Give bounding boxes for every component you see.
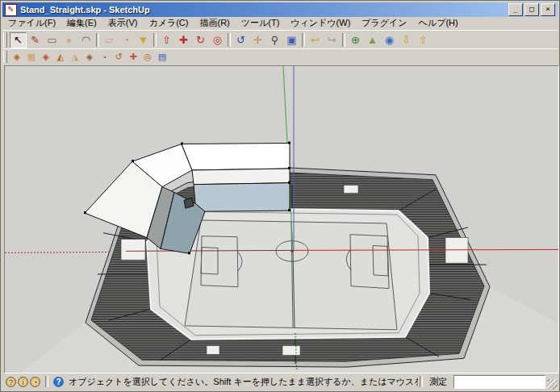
soccer-pitch [185, 220, 397, 330]
add-location-icon[interactable]: ⊕ [347, 32, 364, 48]
measurement-label: 測定 [424, 376, 452, 388]
share-model-icon[interactable]: ⇧ [415, 32, 432, 48]
status-message: オブジェクトを選択してください。Shift キーを押したまま選択するか、またはマ… [69, 376, 418, 388]
drape-tool-icon[interactable]: ◮ [68, 51, 82, 64]
stand-roof-right [182, 143, 290, 169]
menu-window[interactable]: ウィンドウ(W) [285, 16, 356, 30]
sandbox-toolbar: ◈▦◈◭◮◈◔↺✚◎▤ [2, 48, 558, 65]
stand-notch [184, 198, 194, 208]
terrain-tool-9-icon[interactable]: ✚ [126, 51, 140, 64]
google-earth-icon[interactable]: ◉ [381, 32, 398, 48]
drawing-area[interactable] [4, 65, 559, 373]
measurement-input[interactable] [453, 375, 545, 389]
toggle-terrain-icon[interactable]: ▲ [364, 32, 381, 48]
terrain-tool-10-icon[interactable]: ◎ [140, 51, 155, 64]
menu-bar: ファイル(F)編集(E)表示(V)カメラ(C)描画(R)ツール(T)ウィンドウ(… [2, 17, 558, 29]
maximize-button[interactable]: □ [524, 3, 539, 16]
terrain-tool-8-icon[interactable]: ↺ [111, 51, 126, 64]
close-button[interactable]: × [541, 3, 555, 16]
push-pull-tool-icon[interactable]: ⇧ [158, 32, 175, 48]
eraser-tool-icon[interactable]: ▱ [101, 32, 118, 48]
menu-plugins[interactable]: プラグイン [356, 16, 412, 30]
status-coin-icons: ?i◔ [2, 377, 44, 387]
statusbar-separator [420, 376, 423, 387]
red-axis-negative [5, 252, 126, 252]
stand-fascia [192, 169, 290, 185]
window-title: Stand_Straight.skp - SketchUp [20, 5, 150, 15]
previous-view-icon[interactable]: ↩ [307, 32, 324, 48]
toolbar-grip[interactable] [3, 51, 7, 63]
add-detail-tool-icon[interactable]: ◈ [82, 51, 97, 64]
window-controls: _□× [508, 3, 555, 16]
sandbox-from-scratch-icon[interactable]: ▦ [24, 51, 39, 64]
status-coin-1-icon[interactable]: ? [6, 377, 16, 387]
stand-seating-slope [194, 183, 290, 211]
line-tool-icon[interactable]: ✎ [27, 32, 44, 48]
circle-tool-icon[interactable]: ● [61, 32, 77, 48]
offset-tool-icon[interactable]: ◎ [209, 32, 226, 48]
menu-file[interactable]: ファイル(F) [2, 16, 61, 30]
next-view-icon[interactable]: ↪ [324, 32, 341, 48]
paint-bucket-tool-icon[interactable]: ▼ [135, 32, 152, 48]
orbit-tool-icon[interactable]: ↺ [232, 32, 249, 48]
menu-edit[interactable]: 編集(E) [61, 16, 102, 30]
main-toolbar: ↖✎▭●◠▱◔▼⇧✚↻◎↺✛⚲▣↩↪⊕▲◉⇩⇧ [2, 30, 558, 49]
toolbar-separator [153, 33, 157, 46]
toolbar-separator [96, 33, 99, 46]
select-tool-icon[interactable]: ↖ [10, 32, 27, 48]
status-coin-3-icon[interactable]: ◔ [30, 377, 40, 387]
menu-view[interactable]: 表示(V) [102, 16, 144, 30]
toolbar-separator [342, 33, 345, 46]
toolbar-grip[interactable] [3, 32, 7, 47]
zoom-tool-icon[interactable]: ⚲ [266, 32, 283, 48]
minimize-button[interactable]: _ [508, 3, 523, 16]
menu-camera[interactable]: カメラ(C) [143, 16, 194, 30]
smoove-tool-icon[interactable]: ◈ [39, 51, 53, 64]
toolbar-separator [228, 33, 231, 46]
sandbox-from-contours-icon[interactable]: ◈ [10, 51, 24, 64]
menu-help[interactable]: ヘルプ(H) [413, 16, 464, 30]
status-coin-2-icon[interactable]: i [18, 377, 28, 387]
arc-tool-icon[interactable]: ◠ [77, 32, 94, 48]
zoom-extents-icon[interactable]: ▣ [283, 32, 300, 48]
flip-edge-tool-icon[interactable]: ◔ [97, 51, 111, 64]
model-canvas[interactable] [5, 66, 558, 373]
status-bar: ?i◔ ? オブジェクトを選択してください。Shift キーを押したまま選択する… [2, 373, 558, 390]
help-icon[interactable]: ? [53, 377, 64, 387]
sketchup-logo-icon: ✎ [5, 4, 17, 16]
stamp-tool-icon[interactable]: ◭ [53, 51, 68, 64]
section-plane-icon[interactable]: ▤ [155, 51, 169, 64]
rotate-tool-icon[interactable]: ↻ [192, 32, 209, 48]
pan-tool-icon[interactable]: ✛ [249, 32, 266, 48]
statusbar-separator [45, 376, 48, 387]
menu-draw[interactable]: 描画(R) [194, 16, 235, 30]
tape-measure-tool-icon[interactable]: ◔ [118, 32, 135, 48]
menu-tools[interactable]: ツール(T) [236, 16, 286, 30]
title-bar[interactable]: ✎ Stand_Straight.skp - SketchUp _□× [2, 2, 558, 17]
get-models-icon[interactable]: ⇩ [398, 32, 415, 48]
resize-grip[interactable] [547, 379, 558, 390]
toolbar-separator [302, 33, 305, 46]
sketchup-window: ✎ Stand_Straight.skp - SketchUp _□× ファイル… [0, 0, 560, 392]
move-tool-icon[interactable]: ✚ [175, 32, 192, 48]
rectangle-tool-icon[interactable]: ▭ [44, 32, 61, 48]
